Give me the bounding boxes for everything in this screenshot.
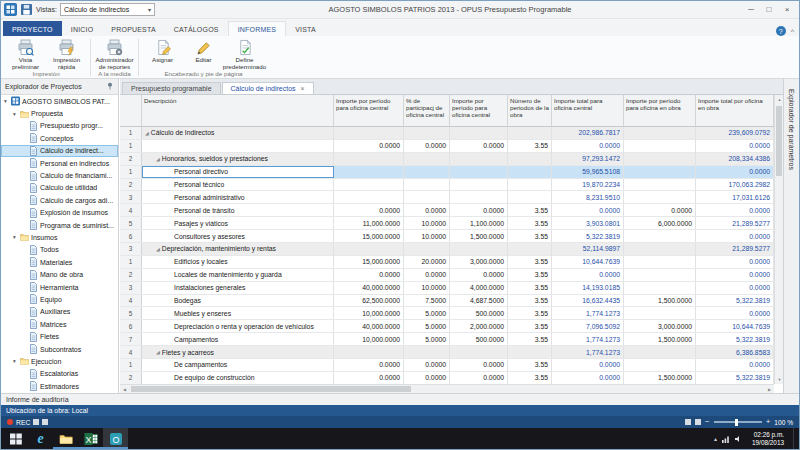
doc-tab-presupuesto-programable[interactable]: Presupuesto programable bbox=[122, 82, 221, 94]
cell-col-2[interactable]: 10,000.0000 bbox=[334, 307, 404, 319]
table-row[interactable]: 2Personal técnico19,870.2234170,063.2982 bbox=[120, 179, 774, 192]
network-icon[interactable] bbox=[722, 435, 730, 443]
cell-col-8[interactable]: 21,289.5277 bbox=[696, 217, 774, 229]
cell-col-6[interactable]: 10,644.7639 bbox=[552, 256, 624, 268]
cell-col-4[interactable]: 1,100.0000 bbox=[450, 217, 508, 229]
cell-col-8[interactable]: 0.0000 bbox=[696, 140, 774, 152]
cell-col-4[interactable]: 1,500.0000 bbox=[450, 230, 508, 242]
table-row[interactable]: 7Campamentos10,000.00005.0000500.00003.5… bbox=[120, 333, 774, 346]
cell-col-8[interactable]: 170,063.2982 bbox=[696, 179, 774, 191]
cell-col-8[interactable]: 17,031.6126 bbox=[696, 191, 774, 203]
cell-descripcion[interactable]: Locales de mantenimiento y guarda bbox=[142, 269, 334, 281]
pause-icon[interactable] bbox=[42, 419, 48, 425]
sidebar-item-calculo-de-financiami[interactable]: Cálculo de financiami... bbox=[1, 169, 118, 181]
cell-col-2[interactable] bbox=[334, 243, 404, 255]
cell-col-3[interactable] bbox=[404, 166, 450, 178]
cell-col-8[interactable]: 0.0000 bbox=[696, 166, 774, 178]
cell-col-2[interactable]: 0.0000 bbox=[334, 204, 404, 216]
zoom-slider[interactable] bbox=[714, 421, 762, 423]
cell-col-2[interactable] bbox=[334, 346, 404, 358]
sidebar-item-conceptos[interactable]: Conceptos bbox=[1, 132, 118, 144]
doc-tab-calculo-de-indirectos[interactable]: Cálculo de indirectos× bbox=[222, 82, 314, 94]
cell-col-7[interactable] bbox=[624, 269, 696, 281]
cell-col-6[interactable]: 59,965.5108 bbox=[552, 166, 624, 178]
column-header-7[interactable]: Importe por período para oficina en obra bbox=[624, 95, 696, 126]
ribbon-tab-catalogos[interactable]: CATÁLOGOS bbox=[165, 22, 228, 36]
table-row[interactable]: 3Personal administrativo8,231.951017,031… bbox=[120, 191, 774, 204]
cell-col-6[interactable]: 97,293.1472 bbox=[552, 153, 624, 165]
cell-col-4[interactable]: 0.0000 bbox=[450, 204, 508, 216]
cell-col-7[interactable] bbox=[624, 166, 696, 178]
cell-descripcion[interactable]: Muebles y enseres bbox=[142, 307, 334, 319]
sidebar-item-insumos[interactable]: ▾Insumos bbox=[1, 231, 118, 243]
cell-col-4[interactable] bbox=[450, 191, 508, 203]
cell-col-7[interactable] bbox=[624, 307, 696, 319]
cell-descripcion[interactable]: Personal técnico bbox=[142, 179, 334, 191]
cell-col-6[interactable]: 0.0000 bbox=[552, 204, 624, 216]
cell-col-4[interactable] bbox=[450, 243, 508, 255]
cell-col-4[interactable]: 0.0000 bbox=[450, 359, 508, 371]
zoom-slider-thumb[interactable] bbox=[735, 419, 738, 426]
cell-col-2[interactable]: 11,000.0000 bbox=[334, 217, 404, 229]
table-row[interactable]: 4Personal de tránsito0.00000.00000.00003… bbox=[120, 204, 774, 217]
cell-col-2[interactable] bbox=[334, 179, 404, 191]
cell-descripcion[interactable]: Personal administrativo bbox=[142, 191, 334, 203]
cell-col-8[interactable]: 10,644.7639 bbox=[696, 320, 774, 332]
sidebar-item-presupuesto-progr[interactable]: Presupuesto progr... bbox=[1, 120, 118, 132]
cell-col-5[interactable]: 3.55 bbox=[508, 217, 552, 229]
sidebar-item-calculo-de-utilidad[interactable]: Cálculo de utilidad bbox=[1, 182, 118, 194]
cell-descripcion[interactable]: De equipo de construcción bbox=[142, 372, 334, 384]
cell-col-5[interactable] bbox=[508, 127, 552, 139]
cell-col-8[interactable]: 0.0000 bbox=[696, 204, 774, 216]
cell-col-6[interactable]: 5,322.3819 bbox=[552, 230, 624, 242]
column-header-8[interactable]: Importe total por oficina en obra bbox=[696, 95, 774, 126]
cell-col-5[interactable]: 3.55 bbox=[508, 307, 552, 319]
cell-col-7[interactable] bbox=[624, 346, 696, 358]
sidebar-item-subcontratos[interactable]: Subcontratos bbox=[1, 343, 118, 355]
table-row[interactable]: 2De equipo de construcción0.00000.00000.… bbox=[120, 372, 774, 384]
cell-descripcion[interactable]: ◢Depreciación, mantenimiento y rentas bbox=[142, 243, 334, 255]
table-row[interactable]: 2◢Honorarios, sueldos y prestaciones97,2… bbox=[120, 153, 774, 166]
table-row[interactable]: 1Personal directivo59,965.51080.0000 bbox=[120, 166, 774, 179]
vertical-scrollbar[interactable]: ▲ ▼ bbox=[774, 95, 783, 384]
cell-col-4[interactable]: 0.0000 bbox=[450, 269, 508, 281]
cell-descripcion[interactable]: Personal directivo bbox=[142, 166, 334, 178]
cell-col-8[interactable]: 6,386.8583 bbox=[696, 346, 774, 358]
vistas-combo[interactable]: Cálculo de Indirectos ▾ bbox=[60, 3, 155, 16]
minimize-button[interactable]: ─ bbox=[742, 3, 760, 17]
cell-col-4[interactable] bbox=[450, 153, 508, 165]
administrador-de-reportes-button[interactable]: Administrador de reportes bbox=[94, 37, 135, 70]
cell-col-3[interactable] bbox=[404, 127, 450, 139]
cell-col-6[interactable]: 0.0000 bbox=[552, 372, 624, 384]
page-view-icon[interactable] bbox=[685, 419, 691, 425]
ribbon-tab-informes[interactable]: INFORMES bbox=[228, 21, 287, 36]
start-icon[interactable] bbox=[3, 428, 28, 449]
cell-col-6[interactable]: 8,231.9510 bbox=[552, 191, 624, 203]
cell-col-3[interactable] bbox=[404, 153, 450, 165]
cell-col-4[interactable]: 2,000.0000 bbox=[450, 320, 508, 332]
cell-descripcion[interactable] bbox=[142, 140, 334, 152]
cell-col-4[interactable]: 3,000.0000 bbox=[450, 256, 508, 268]
collapse-ribbon-icon[interactable]: ^ bbox=[791, 28, 794, 35]
cell-col-3[interactable]: 10.0000 bbox=[404, 217, 450, 229]
cell-col-8[interactable]: 0.0000 bbox=[696, 256, 774, 268]
cell-descripcion[interactable]: De campamentos bbox=[142, 359, 334, 371]
cell-col-3[interactable]: 5.0000 bbox=[404, 307, 450, 319]
app-icon[interactable] bbox=[4, 3, 17, 16]
cell-col-7[interactable] bbox=[624, 243, 696, 255]
cell-col-3[interactable] bbox=[404, 191, 450, 203]
column-header-1[interactable]: Descripción bbox=[142, 95, 334, 126]
cell-col-5[interactable] bbox=[508, 153, 552, 165]
help-icon[interactable]: ? bbox=[776, 26, 786, 36]
cell-col-5[interactable] bbox=[508, 179, 552, 191]
cell-col-4[interactable]: 500.0000 bbox=[450, 333, 508, 345]
cell-col-7[interactable]: 1,500.0000 bbox=[624, 295, 696, 307]
cell-col-5[interactable] bbox=[508, 191, 552, 203]
cell-col-7[interactable] bbox=[624, 191, 696, 203]
cell-descripcion[interactable]: Campamentos bbox=[142, 333, 334, 345]
stop-icon[interactable] bbox=[33, 419, 39, 425]
grid-view-icon[interactable] bbox=[695, 419, 701, 425]
cell-col-3[interactable]: 0.0000 bbox=[404, 204, 450, 216]
cell-col-4[interactable]: 500.0000 bbox=[450, 307, 508, 319]
cell-descripcion[interactable]: Personal de tránsito bbox=[142, 204, 334, 216]
